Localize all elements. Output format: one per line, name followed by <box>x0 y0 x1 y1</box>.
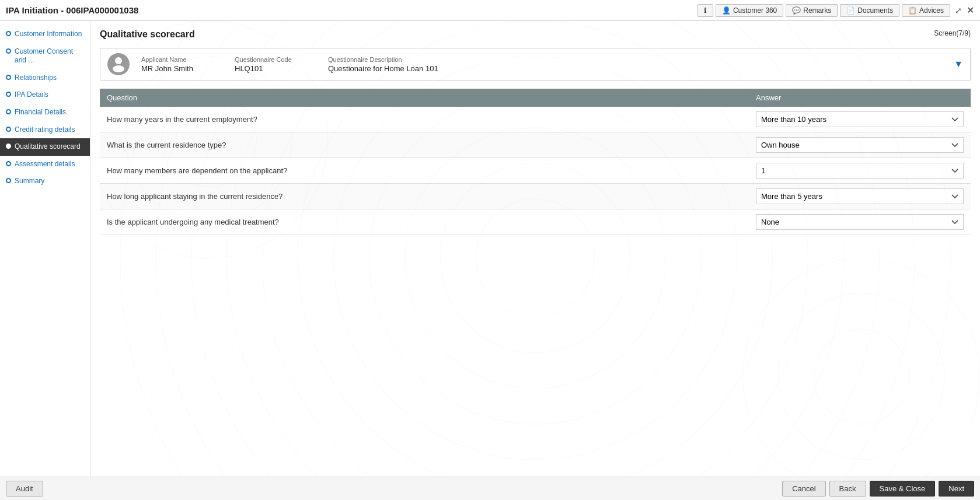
svg-point-15 <box>779 293 944 459</box>
question-cell-1: What is the current residence type? <box>100 132 749 158</box>
sidebar-item-qualitative-scorecard[interactable]: Qualitative scorecard <box>0 138 90 156</box>
answer-col-header: Answer <box>749 89 971 107</box>
question-cell-2: How many members are dependent on the ap… <box>100 158 749 184</box>
svg-point-18 <box>113 65 124 72</box>
questionnaire-desc-field: Questionnaire Description Questionaire f… <box>328 56 438 73</box>
sidebar-dot-8 <box>6 178 11 183</box>
sidebar-dot-7 <box>6 161 11 166</box>
table-row: How many years in the current employment… <box>100 107 971 132</box>
sidebar-dot-0 <box>6 31 11 36</box>
info-icon: ℹ <box>704 6 707 15</box>
screen-info: Screen(7/9) <box>934 29 971 37</box>
remarks-icon: 💬 <box>792 6 801 15</box>
applicant-name-label: Applicant Name <box>141 56 223 63</box>
sidebar-label-7: Assessment details <box>15 160 75 169</box>
svg-point-14 <box>814 329 909 424</box>
customer360-button[interactable]: 👤 Customer 360 <box>716 4 783 17</box>
sidebar-item-credit-rating[interactable]: Credit rating details <box>0 121 90 139</box>
top-bar-actions: ℹ 👤 Customer 360 💬 Remarks 📄 Documents 📋… <box>697 4 974 17</box>
remarks-button[interactable]: 💬 Remarks <box>786 4 838 17</box>
sidebar-item-customer-info[interactable]: Customer Information <box>0 26 90 43</box>
sidebar-dot-6 <box>6 144 11 149</box>
answer-select-0[interactable]: More than 10 years5-10 years2-5 yearsLes… <box>756 111 964 127</box>
question-col-header: Question <box>100 89 749 107</box>
save-close-button[interactable]: Save & Close <box>870 481 936 496</box>
sidebar-item-customer-consent[interactable]: Customer Consent and ... <box>0 43 90 69</box>
customer360-icon: 👤 <box>722 6 731 15</box>
content-area: .wm{fill:none;stroke:#888;stroke-width:1… <box>90 21 980 477</box>
sidebar-label-2: Relationships <box>15 74 57 83</box>
sidebar-label-6: Qualitative scorecard <box>15 142 81 152</box>
answer-cell-3: More than 5 years3-5 years1-3 yearsLess … <box>749 184 971 209</box>
sidebar-item-summary[interactable]: Summary <box>0 173 90 190</box>
bottom-left: Audit <box>6 481 43 496</box>
page-title: IPA Initiation - 006IPA000001038 <box>6 5 138 15</box>
sidebar-dot-1 <box>6 48 11 54</box>
qa-table: Question Answer How many years in the cu… <box>100 89 971 235</box>
answer-cell-0: More than 10 years5-10 years2-5 yearsLes… <box>749 107 971 132</box>
applicant-name-value: MR John Smith <box>141 64 223 73</box>
answer-select-3[interactable]: More than 5 years3-5 years1-3 yearsLess … <box>756 188 964 204</box>
sidebar-label-3: IPA Details <box>15 90 48 100</box>
table-row: How long applicant staying in the curren… <box>100 184 971 209</box>
content-wrapper: .wm{fill:none;stroke:#888;stroke-width:1… <box>90 21 980 477</box>
sidebar-dot-5 <box>6 127 11 132</box>
sidebar: Customer Information Customer Consent an… <box>0 21 90 477</box>
table-row: What is the current residence type?Own h… <box>100 132 971 158</box>
next-button[interactable]: Next <box>939 481 974 496</box>
table-row: Is the applicant undergoing any medical … <box>100 209 971 235</box>
expand-icon[interactable]: ⤢ <box>955 6 962 15</box>
sidebar-dot-2 <box>6 75 11 80</box>
answer-select-1[interactable]: Own houseRentedCompany providedOther <box>756 137 964 153</box>
question-cell-0: How many years in the current employment… <box>100 107 749 132</box>
applicant-info-row: Applicant Name MR John Smith Questionnai… <box>100 48 971 81</box>
sidebar-label-0: Customer Information <box>15 30 82 39</box>
advices-button[interactable]: 📋 Advices <box>902 4 950 17</box>
questionnaire-code-field: Questionnaire Code HLQ101 <box>235 56 316 73</box>
sidebar-item-relationships[interactable]: Relationships <box>0 69 90 87</box>
answer-select-2[interactable]: 012345+ <box>756 163 964 179</box>
sidebar-label-4: Financial Details <box>15 108 66 117</box>
sidebar-label-5: Credit rating details <box>15 125 75 135</box>
bottom-bar: Audit Cancel Back Save & Close Next <box>0 477 980 500</box>
applicant-name-field: Applicant Name MR John Smith <box>141 56 223 73</box>
audit-button[interactable]: Audit <box>6 481 43 496</box>
documents-button[interactable]: 📄 Documents <box>840 4 899 17</box>
svg-point-16 <box>743 258 980 477</box>
questionnaire-code-label: Questionnaire Code <box>235 56 316 63</box>
sidebar-item-financial-details[interactable]: Financial Details <box>0 104 90 121</box>
section-title: Qualitative scorecard <box>100 29 971 40</box>
answer-cell-1: Own houseRentedCompany providedOther <box>749 132 971 158</box>
answer-cell-2: 012345+ <box>749 158 971 184</box>
sidebar-label-1: Customer Consent and ... <box>15 47 85 65</box>
bottom-right: Cancel Back Save & Close Next <box>782 481 974 496</box>
documents-icon: 📄 <box>846 6 855 15</box>
answer-select-4[interactable]: NoneYesNo <box>756 214 964 230</box>
sidebar-dot-4 <box>6 109 11 114</box>
question-cell-3: How long applicant staying in the curren… <box>100 184 749 209</box>
questionnaire-code-value: HLQ101 <box>235 64 316 73</box>
table-row: How many members are dependent on the ap… <box>100 158 971 184</box>
applicant-row-dropdown-icon[interactable]: ▼ <box>954 59 963 69</box>
answer-cell-4: NoneYesNo <box>749 209 971 235</box>
sidebar-item-ipa-details[interactable]: IPA Details <box>0 86 90 104</box>
info-button[interactable]: ℹ <box>697 4 713 17</box>
sidebar-item-assessment-details[interactable]: Assessment details <box>0 156 90 173</box>
sidebar-dot-3 <box>6 92 11 97</box>
svg-point-17 <box>115 57 122 64</box>
question-cell-4: Is the applicant undergoing any medical … <box>100 209 749 235</box>
sidebar-label-8: Summary <box>15 177 44 186</box>
avatar <box>107 53 130 75</box>
cancel-button[interactable]: Cancel <box>782 481 825 496</box>
top-bar: IPA Initiation - 006IPA000001038 ℹ 👤 Cus… <box>0 0 980 21</box>
content-inner: .wm{fill:none;stroke:#888;stroke-width:1… <box>90 21 980 477</box>
back-button[interactable]: Back <box>829 481 866 496</box>
questionnaire-desc-value: Questionaire for Home Loan 101 <box>328 64 438 73</box>
main-layout: Customer Information Customer Consent an… <box>0 21 980 477</box>
close-icon[interactable]: ✕ <box>967 5 974 16</box>
advices-icon: 📋 <box>908 6 917 15</box>
questionnaire-desc-label: Questionnaire Description <box>328 56 438 63</box>
